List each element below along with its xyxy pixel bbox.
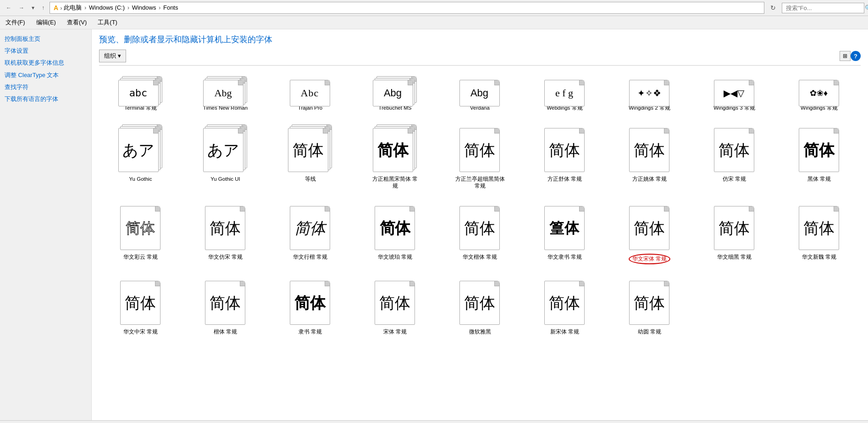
toolbar: 组织 ▾ ⊞ ? bbox=[99, 50, 861, 66]
sidebar-link-home[interactable]: 控制面板主页 bbox=[5, 35, 87, 43]
font-name: 华文琥珀 常规 bbox=[378, 254, 412, 261]
menu-view[interactable]: 查看(V) bbox=[65, 17, 88, 28]
breadcrumb-drive[interactable]: Windows (C:) bbox=[89, 4, 125, 11]
list-item[interactable]: 简体 宋体 常规 bbox=[354, 274, 437, 338]
font-name: 华文行楷 常规 bbox=[293, 254, 327, 261]
breadcrumb-windows[interactable]: Windows bbox=[132, 4, 156, 11]
font-name: 方正舒体 常规 bbox=[547, 176, 582, 183]
list-item[interactable]: 简体 华文新魏 常规 bbox=[778, 199, 861, 267]
content-area: 预览、删除或者显示和隐藏计算机上安装的字体 组织 ▾ ⊞ ? abc Termi… bbox=[92, 29, 868, 420]
list-item[interactable]: 简体 华文仿宋 常规 bbox=[184, 199, 267, 267]
sidebar-link-download[interactable]: 下载所有语言的字体 bbox=[5, 95, 87, 103]
font-name: 方正兰亭超细黑简体 常规 bbox=[455, 176, 505, 189]
font-grid-row4: 简体 华文中宋 常规 简体 楷体 常规 简体 隶 bbox=[99, 272, 861, 340]
font-name: 新宋体 常规 bbox=[550, 328, 579, 335]
font-name: 隶书 常规 bbox=[299, 328, 322, 335]
dropdown-button[interactable]: ▾ bbox=[29, 3, 37, 12]
font-name: 幼圆 常规 bbox=[638, 328, 661, 335]
breadcrumb-pc[interactable]: 此电脑 bbox=[64, 4, 82, 11]
font-name: 方正姚体 常规 bbox=[632, 176, 667, 183]
font-name: 华文中宋 常规 bbox=[123, 328, 158, 335]
list-item[interactable]: 简体 幼圆 常规 bbox=[608, 274, 691, 338]
list-item[interactable]: 简体 楷体 常规 bbox=[184, 274, 267, 338]
status-bar: 另请参阅 100 个项目 bbox=[0, 420, 868, 423]
font-name: 华文楷体 常规 bbox=[463, 254, 497, 261]
search-icon: 🔍 bbox=[865, 5, 868, 11]
font-name: 华文彩云 常规 bbox=[123, 254, 158, 261]
list-item[interactable]: 简体 华文琥珀 常规 bbox=[354, 199, 437, 267]
menu-bar: 文件(F) 编辑(E) 查看(V) 工具(T) bbox=[0, 16, 868, 29]
list-item[interactable]: 简体 方正舒体 常规 bbox=[523, 121, 606, 192]
font-name: 华文新魏 常规 bbox=[802, 254, 836, 261]
list-item[interactable]: abc Terminal 常规 bbox=[99, 73, 182, 114]
list-item[interactable]: Abg Times New Roman bbox=[184, 73, 267, 114]
font-name: 方正粗黑宋简体 常规 bbox=[370, 176, 420, 189]
list-item[interactable]: 简体 华文细黑 常规 bbox=[693, 199, 776, 267]
search-input[interactable] bbox=[786, 5, 863, 11]
list-item[interactable]: 简体 华文中宋 常规 bbox=[99, 274, 182, 338]
list-item[interactable]: 简体 方正姚体 常规 bbox=[608, 121, 691, 192]
list-item[interactable]: 简体 方正粗黑宋简体 常规 bbox=[354, 121, 437, 192]
list-item[interactable]: あア Yu Gothic bbox=[99, 121, 182, 192]
refresh-button[interactable]: ↻ bbox=[767, 3, 779, 13]
breadcrumb: 此电脑 › Windows (C:) › Windows › Fonts bbox=[64, 4, 178, 12]
page-title: 预览、删除或者显示和隐藏计算机上安装的字体 bbox=[99, 34, 861, 45]
list-item[interactable]: 简体 微软雅黑 bbox=[438, 274, 521, 338]
sidebar-link-cleartype[interactable]: 调整 ClearType 文本 bbox=[5, 71, 87, 79]
list-item[interactable]: Abc Trajan Pro bbox=[269, 73, 352, 114]
list-item[interactable]: 简体 华文彩云 常规 bbox=[99, 199, 182, 267]
menu-file[interactable]: 文件(F) bbox=[4, 17, 27, 28]
address-bar[interactable]: A › 此电脑 › Windows (C:) › Windows › Fonts bbox=[50, 2, 764, 14]
search-bar[interactable]: 🔍 bbox=[782, 3, 864, 13]
font-name: 等线 bbox=[305, 176, 316, 183]
list-item[interactable]: 简体 华文宋体 常规 bbox=[608, 199, 691, 267]
font-name: 微软雅黑 bbox=[469, 328, 491, 335]
back-button[interactable]: ← bbox=[4, 3, 14, 12]
help-button[interactable]: ? bbox=[851, 51, 861, 61]
font-grid-row3: 简体 华文彩云 常规 简体 华文仿宋 常规 简体 bbox=[99, 197, 861, 268]
font-grid-row0: abc Terminal 常规 Abg Times New Roman bbox=[99, 71, 861, 116]
address-icon: A bbox=[54, 4, 58, 11]
font-name: 华文隶书 常规 bbox=[547, 254, 582, 261]
list-item[interactable]: 简体 华文行楷 常规 bbox=[269, 199, 352, 267]
breadcrumb-fonts[interactable]: Fonts bbox=[163, 4, 178, 11]
font-name: Yu Gothic UI bbox=[210, 176, 240, 183]
font-name: 黑体 常规 bbox=[807, 176, 831, 183]
font-grid-row2: あア Yu Gothic あア Yu Gothic UI bbox=[99, 119, 861, 194]
list-item[interactable]: ▶◀▽ Wingdings 3 常规 bbox=[693, 73, 776, 114]
list-item[interactable]: あア Yu Gothic UI bbox=[184, 121, 267, 192]
organize-button[interactable]: 组织 ▾ bbox=[99, 50, 126, 62]
menu-tools[interactable]: 工具(T) bbox=[96, 17, 119, 28]
list-item[interactable]: ✿❀♦ Wingdings 常规 bbox=[778, 73, 861, 114]
menu-edit[interactable]: 编辑(E) bbox=[34, 17, 58, 28]
list-item[interactable]: Abg Verdana bbox=[438, 73, 521, 114]
up-button[interactable]: ↑ bbox=[39, 3, 47, 12]
main-layout: 控制面板主页 字体设置 联机获取更多字体信息 调整 ClearType 文本 查… bbox=[0, 29, 868, 420]
font-name: Yu Gothic bbox=[129, 176, 152, 183]
list-item[interactable]: ✦✧❖ Wingdings 2 常规 bbox=[608, 73, 691, 114]
list-item[interactable]: 简体 仿宋 常规 bbox=[693, 121, 776, 192]
list-item[interactable]: 简体 方正兰亭超细黑简体 常规 bbox=[438, 121, 521, 192]
sidebar-link-font-settings[interactable]: 字体设置 bbox=[5, 47, 87, 55]
font-name: 华文仿宋 常规 bbox=[208, 254, 243, 261]
font-name: 华文宋体 常规 bbox=[629, 254, 670, 264]
font-name: 楷体 常规 bbox=[214, 328, 237, 335]
title-bar: ← → ▾ ↑ A › 此电脑 › Windows (C:) › Windows… bbox=[0, 0, 868, 16]
list-item[interactable]: 简体 等线 bbox=[269, 121, 352, 192]
view-button[interactable]: ⊞ bbox=[840, 51, 851, 61]
list-item[interactable]: Abg Trebuchet MS bbox=[354, 73, 437, 114]
list-item[interactable]: e f g Webdings 常规 bbox=[523, 73, 606, 114]
sidebar-link-find-char[interactable]: 查找字符 bbox=[5, 83, 87, 91]
list-item[interactable]: 简体 华文楷体 常规 bbox=[438, 199, 521, 267]
list-item[interactable]: 简体 隶书 常规 bbox=[269, 274, 352, 338]
address-separator: › bbox=[60, 5, 62, 11]
list-item[interactable]: 简体 黑体 常规 bbox=[778, 121, 861, 192]
font-name: 华文细黑 常规 bbox=[717, 254, 752, 261]
list-item[interactable]: 篁体 华文隶书 常规 bbox=[523, 199, 606, 267]
sidebar-link-online-fonts[interactable]: 联机获取更多字体信息 bbox=[5, 59, 87, 67]
font-name: 宋体 常规 bbox=[383, 328, 407, 335]
forward-button[interactable]: → bbox=[17, 3, 27, 12]
font-name: 仿宋 常规 bbox=[723, 176, 746, 183]
list-item[interactable]: 简体 新宋体 常规 bbox=[523, 274, 606, 338]
sidebar: 控制面板主页 字体设置 联机获取更多字体信息 调整 ClearType 文本 查… bbox=[0, 29, 92, 420]
